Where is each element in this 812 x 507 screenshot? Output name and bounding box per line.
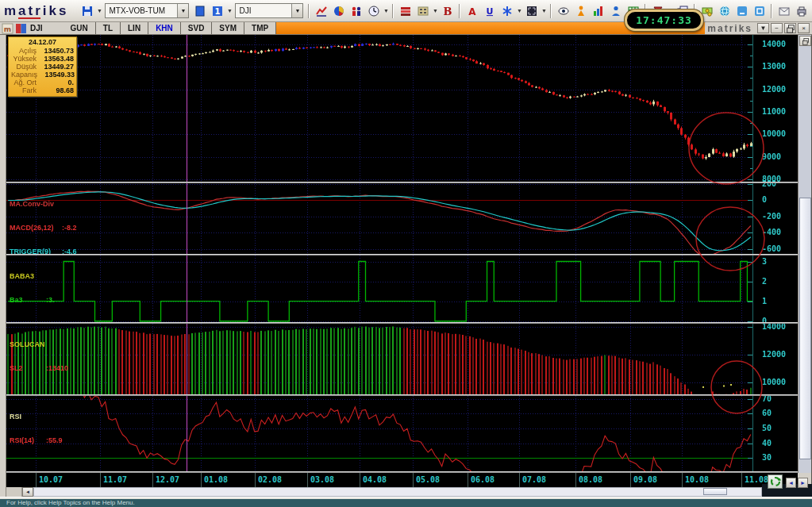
page-grid-icon-dropdown[interactable]: ▼ bbox=[516, 8, 522, 13]
minimize-button[interactable]: − bbox=[771, 23, 783, 33]
refresh-button[interactable] bbox=[768, 474, 783, 489]
tab-svd[interactable]: SVD bbox=[181, 22, 213, 34]
page-one-icon[interactable]: 1 bbox=[209, 2, 225, 19]
date-label: 08.08 bbox=[579, 475, 602, 484]
horizontal-scrollbar[interactable]: ◄ bbox=[6, 487, 762, 497]
tab-khn[interactable]: KHN bbox=[148, 22, 181, 34]
page-one-icon-dropdown[interactable]: ▼ bbox=[226, 8, 233, 13]
panel-separator bbox=[6, 471, 798, 473]
price-axis-label: 9000 bbox=[758, 152, 796, 161]
symbol-title: DJI bbox=[27, 22, 63, 34]
date-tick bbox=[630, 473, 631, 487]
info-date: 24.12.07 bbox=[11, 38, 74, 47]
font-color-icon[interactable]: A bbox=[464, 2, 480, 19]
restore-all-icon[interactable] bbox=[751, 2, 768, 19]
horizontal-scroll-track[interactable] bbox=[33, 487, 762, 497]
price-panel: 24.12.07 Açılış13450.73Yüksek13563.48Düş… bbox=[6, 35, 798, 182]
pie-chart-icon[interactable] bbox=[330, 2, 347, 19]
scroll-left-button[interactable]: ◄ bbox=[22, 487, 33, 497]
tab-lin[interactable]: LIN bbox=[121, 22, 148, 34]
info-value: 0. bbox=[39, 79, 74, 86]
tab-tl[interactable]: TL bbox=[96, 22, 121, 34]
market-watch-icon[interactable] bbox=[348, 2, 364, 19]
web-globe-icon[interactable] bbox=[716, 2, 733, 19]
tab-sym[interactable]: SYM bbox=[212, 22, 244, 34]
svg-text:U: U bbox=[487, 6, 494, 17]
child-restore-button[interactable] bbox=[799, 36, 811, 46]
baba3-line1-label: Ba3 bbox=[10, 296, 46, 304]
date-tick bbox=[741, 473, 742, 487]
symbol-combo-dropdown-icon[interactable]: ▼ bbox=[291, 4, 302, 17]
date-tick bbox=[413, 473, 414, 487]
minimize-all-icon[interactable] bbox=[733, 2, 750, 19]
date-label: 10.08 bbox=[685, 475, 709, 484]
baba3-labels: BABA3 Ba3:3. bbox=[10, 256, 55, 320]
watch-eye-icon[interactable] bbox=[555, 2, 571, 19]
baba3-title: BABA3 bbox=[10, 272, 55, 280]
page-prev-button[interactable]: ◄ bbox=[786, 478, 796, 488]
save-icon[interactable] bbox=[79, 2, 95, 19]
baba3-axis-label: 2 bbox=[758, 277, 796, 286]
info-value: 13549.33 bbox=[40, 71, 75, 79]
window-menu-button[interactable]: ▼ bbox=[757, 23, 769, 33]
info-label: Yüksek bbox=[11, 55, 37, 63]
date-label: 10.07 bbox=[39, 475, 63, 484]
alert-icon[interactable] bbox=[572, 2, 589, 19]
solucan-panel: SOLUCAN SL2:13410 bbox=[6, 324, 798, 394]
new-page-icon[interactable] bbox=[191, 2, 208, 19]
scroll-corner bbox=[6, 487, 22, 497]
price-chart-canvas[interactable] bbox=[6, 35, 759, 182]
tab-gun[interactable]: GUN bbox=[63, 22, 96, 34]
macd-title: MA.Conv-Div bbox=[10, 200, 77, 208]
date-label: 09.08 bbox=[633, 475, 657, 484]
clock-widget[interactable]: 17:47:33 bbox=[625, 10, 703, 31]
date-tick bbox=[255, 473, 256, 487]
macd-line1-label: MACD(26,12) bbox=[10, 224, 62, 232]
vertical-scroll-thumb[interactable] bbox=[799, 198, 811, 459]
info-row: Yüksek13563.48 bbox=[11, 55, 74, 63]
time-sales-icon-dropdown[interactable]: ▼ bbox=[383, 8, 389, 13]
date-label: 11.08 bbox=[745, 475, 768, 484]
date-label: 05.08 bbox=[416, 475, 440, 484]
account-icon[interactable] bbox=[607, 2, 624, 19]
date-tick bbox=[100, 473, 101, 487]
chart-area: 24.12.07 Açılış13450.73Yüksek13563.48Düş… bbox=[6, 35, 798, 487]
print-icon[interactable] bbox=[793, 2, 810, 19]
time-sales-icon[interactable] bbox=[365, 2, 382, 19]
info-value: 13450.73 bbox=[39, 47, 74, 55]
page-next-button[interactable]: ► bbox=[798, 478, 808, 488]
underline-icon[interactable]: U bbox=[481, 2, 498, 19]
vertical-scrollbar[interactable] bbox=[798, 35, 811, 473]
workspace-combo[interactable]: MTX-VOB-TUM▼ bbox=[105, 3, 189, 18]
close-button[interactable]: × bbox=[798, 23, 810, 33]
tab-tmp[interactable]: TMP bbox=[244, 22, 276, 34]
info-label: Düşük bbox=[11, 63, 37, 71]
date-tick bbox=[201, 473, 202, 487]
macd-chart-canvas[interactable] bbox=[6, 183, 759, 254]
quote-panel-icon-dropdown[interactable]: ▼ bbox=[432, 8, 438, 13]
analysis-icon[interactable] bbox=[590, 2, 606, 19]
horizontal-scroll-thumb[interactable] bbox=[703, 488, 727, 495]
save-icon-dropdown[interactable]: ▼ bbox=[96, 8, 102, 13]
toolbar-separator bbox=[771, 4, 772, 18]
rsi-line1-label: RSI(14) bbox=[10, 436, 46, 444]
page-grid-icon[interactable] bbox=[498, 2, 515, 19]
workspace-combo-dropdown-icon[interactable]: ▼ bbox=[177, 4, 188, 17]
solucan-labels: SOLUCAN SL2:13410 bbox=[10, 325, 68, 388]
solucan-chart-canvas[interactable] bbox=[6, 324, 759, 394]
bold-icon[interactable]: B bbox=[439, 2, 456, 19]
depth-list-icon[interactable] bbox=[397, 2, 414, 19]
baba3-chart-canvas[interactable] bbox=[6, 255, 759, 322]
rsi-chart-canvas[interactable] bbox=[6, 396, 759, 471]
restore-button[interactable] bbox=[784, 23, 796, 33]
symbol-combo[interactable]: DJI▼ bbox=[235, 3, 303, 18]
full-screen-icon-dropdown[interactable]: ▼ bbox=[541, 8, 547, 13]
price-chart-icon[interactable] bbox=[313, 2, 329, 19]
full-screen-icon[interactable] bbox=[523, 2, 540, 19]
crosshair-cursor bbox=[187, 35, 187, 471]
quote-panel-icon[interactable] bbox=[414, 2, 431, 19]
date-tick bbox=[468, 473, 468, 487]
workspace-combo-value: MTX-VOB-TUM bbox=[109, 6, 174, 15]
info-row: Kapanış13549.33 bbox=[11, 71, 74, 79]
mail-icon[interactable] bbox=[775, 2, 792, 19]
